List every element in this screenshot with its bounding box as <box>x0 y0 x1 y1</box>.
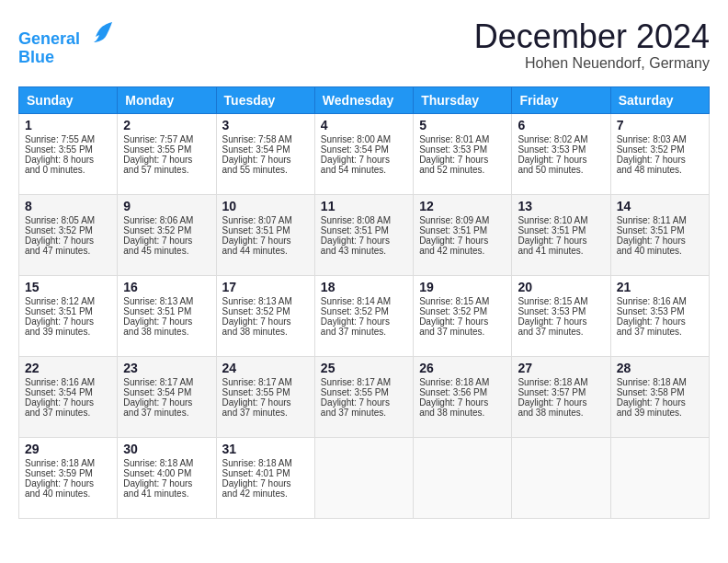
sunrise-label: Sunrise: 8:17 AM <box>321 377 391 387</box>
daylight-label: Daylight: 7 hours and 42 minutes. <box>222 478 291 499</box>
sunrise-label: Sunrise: 8:11 AM <box>617 215 687 225</box>
daylight-label: Daylight: 7 hours and 37 minutes. <box>518 316 586 337</box>
sunrise-label: Sunrise: 8:08 AM <box>321 215 391 225</box>
logo-bird-icon <box>86 18 116 44</box>
daylight-label: Daylight: 7 hours and 47 minutes. <box>25 236 94 256</box>
sunrise-label: Sunrise: 8:18 AM <box>518 377 587 387</box>
day-number: 21 <box>617 280 703 294</box>
table-row: 1 Sunrise: 7:55 AM Sunset: 3:55 PM Dayli… <box>19 113 118 194</box>
daylight-label: Daylight: 7 hours and 37 minutes. <box>222 397 291 418</box>
daylight-label: Daylight: 7 hours and 41 minutes. <box>518 236 586 256</box>
page-header: General Blue December 2024 Hohen Neuendo… <box>18 18 710 72</box>
sunset-label: Sunset: 3:55 PM <box>123 144 191 155</box>
table-row: 29 Sunrise: 8:18 AM Sunset: 3:59 PM Dayl… <box>19 437 118 518</box>
calendar-week-1: 1 Sunrise: 7:55 AM Sunset: 3:55 PM Dayli… <box>19 113 710 194</box>
sunrise-label: Sunrise: 8:05 AM <box>25 215 95 225</box>
sunset-label: Sunset: 3:54 PM <box>321 144 389 155</box>
header-thursday: Thursday <box>414 86 512 113</box>
month-title: December 2024 <box>474 18 710 55</box>
daylight-label: Daylight: 7 hours and 37 minutes. <box>321 316 390 337</box>
day-number: 31 <box>222 442 309 456</box>
sunrise-label: Sunrise: 8:07 AM <box>222 215 292 225</box>
daylight-label: Daylight: 7 hours and 37 minutes. <box>25 397 94 418</box>
daylight-label: Daylight: 7 hours and 50 minutes. <box>518 155 586 175</box>
day-number: 17 <box>222 280 309 294</box>
day-number: 4 <box>321 118 407 132</box>
table-row: 27 Sunrise: 8:18 AM Sunset: 3:57 PM Dayl… <box>512 356 610 437</box>
sunrise-label: Sunrise: 8:06 AM <box>123 215 193 225</box>
table-row: 8 Sunrise: 8:05 AM Sunset: 3:52 PM Dayli… <box>19 194 118 275</box>
sunset-label: Sunset: 3:52 PM <box>222 306 290 316</box>
sunrise-label: Sunrise: 8:01 AM <box>419 134 489 144</box>
table-row: 6 Sunrise: 8:02 AM Sunset: 3:53 PM Dayli… <box>512 113 610 194</box>
daylight-label: Daylight: 7 hours and 45 minutes. <box>123 236 192 256</box>
sunrise-label: Sunrise: 8:15 AM <box>518 296 587 306</box>
daylight-label: Daylight: 8 hours and 0 minutes. <box>25 155 94 175</box>
daylight-label: Daylight: 7 hours and 38 minutes. <box>123 316 192 337</box>
sunrise-label: Sunrise: 8:17 AM <box>123 377 193 387</box>
sunrise-label: Sunrise: 8:15 AM <box>419 296 489 306</box>
daylight-label: Daylight: 7 hours and 38 minutes. <box>518 397 586 418</box>
daylight-label: Daylight: 7 hours and 57 minutes. <box>123 155 192 175</box>
sunrise-label: Sunrise: 7:58 AM <box>222 134 292 144</box>
table-row: 23 Sunrise: 8:17 AM Sunset: 3:54 PM Dayl… <box>118 356 216 437</box>
sunrise-label: Sunrise: 8:02 AM <box>518 134 587 144</box>
table-row: 7 Sunrise: 8:03 AM Sunset: 3:52 PM Dayli… <box>610 113 709 194</box>
table-row: 4 Sunrise: 8:00 AM Sunset: 3:54 PM Dayli… <box>314 113 413 194</box>
table-row: 9 Sunrise: 8:06 AM Sunset: 3:52 PM Dayli… <box>118 194 216 275</box>
table-row: 14 Sunrise: 8:11 AM Sunset: 3:51 PM Dayl… <box>610 194 709 275</box>
header-friday: Friday <box>512 86 610 113</box>
day-number: 1 <box>25 118 111 132</box>
day-number: 29 <box>25 442 111 456</box>
sunset-label: Sunset: 3:57 PM <box>518 387 586 397</box>
sunrise-label: Sunrise: 8:18 AM <box>123 458 193 468</box>
table-row <box>314 437 413 518</box>
day-number: 30 <box>123 442 210 456</box>
header-sunday: Sunday <box>19 86 118 113</box>
daylight-label: Daylight: 7 hours and 54 minutes. <box>321 155 390 175</box>
day-number: 2 <box>123 118 210 132</box>
daylight-label: Daylight: 7 hours and 52 minutes. <box>419 155 488 175</box>
day-number: 3 <box>222 118 309 132</box>
day-number: 8 <box>25 199 111 213</box>
day-number: 13 <box>518 199 604 213</box>
sunset-label: Sunset: 3:55 PM <box>222 387 290 397</box>
day-number: 5 <box>419 118 506 132</box>
sunset-label: Sunset: 3:55 PM <box>25 144 93 155</box>
sunrise-label: Sunrise: 8:18 AM <box>617 377 687 387</box>
table-row: 22 Sunrise: 8:16 AM Sunset: 3:54 PM Dayl… <box>19 356 118 437</box>
daylight-label: Daylight: 7 hours and 37 minutes. <box>617 316 686 337</box>
daylight-label: Daylight: 7 hours and 40 minutes. <box>617 236 686 256</box>
sunset-label: Sunset: 3:52 PM <box>25 225 93 236</box>
daylight-label: Daylight: 7 hours and 55 minutes. <box>222 155 291 175</box>
day-number: 24 <box>222 361 309 375</box>
daylight-label: Daylight: 7 hours and 37 minutes. <box>321 397 390 418</box>
table-row: 28 Sunrise: 8:18 AM Sunset: 3:58 PM Dayl… <box>610 356 709 437</box>
calendar-week-5: 29 Sunrise: 8:18 AM Sunset: 3:59 PM Dayl… <box>19 437 710 518</box>
day-number: 12 <box>419 199 506 213</box>
sunrise-label: Sunrise: 8:16 AM <box>25 377 95 387</box>
table-row: 3 Sunrise: 7:58 AM Sunset: 3:54 PM Dayli… <box>216 113 314 194</box>
daylight-label: Daylight: 7 hours and 43 minutes. <box>321 236 390 256</box>
day-number: 14 <box>617 199 703 213</box>
day-number: 20 <box>518 280 604 294</box>
day-number: 7 <box>617 118 703 132</box>
sunset-label: Sunset: 3:51 PM <box>25 306 93 316</box>
header-wednesday: Wednesday <box>314 86 413 113</box>
sunset-label: Sunset: 3:53 PM <box>617 306 685 316</box>
sunset-label: Sunset: 3:52 PM <box>419 306 487 316</box>
sunset-label: Sunset: 3:56 PM <box>419 387 487 397</box>
daylight-label: Daylight: 7 hours and 39 minutes. <box>25 316 94 337</box>
calendar-week-4: 22 Sunrise: 8:16 AM Sunset: 3:54 PM Dayl… <box>19 356 710 437</box>
sunrise-label: Sunrise: 8:10 AM <box>518 215 587 225</box>
day-number: 26 <box>419 361 506 375</box>
day-number: 9 <box>123 199 210 213</box>
day-number: 19 <box>419 280 506 294</box>
sunrise-label: Sunrise: 8:13 AM <box>123 296 193 306</box>
table-row <box>512 437 610 518</box>
sunset-label: Sunset: 3:51 PM <box>321 225 389 236</box>
sunrise-label: Sunrise: 7:57 AM <box>123 134 193 144</box>
day-number: 28 <box>617 361 703 375</box>
title-block: December 2024 Hohen Neuendorf, Germany <box>474 18 710 72</box>
table-row: 31 Sunrise: 8:18 AM Sunset: 4:01 PM Dayl… <box>216 437 314 518</box>
